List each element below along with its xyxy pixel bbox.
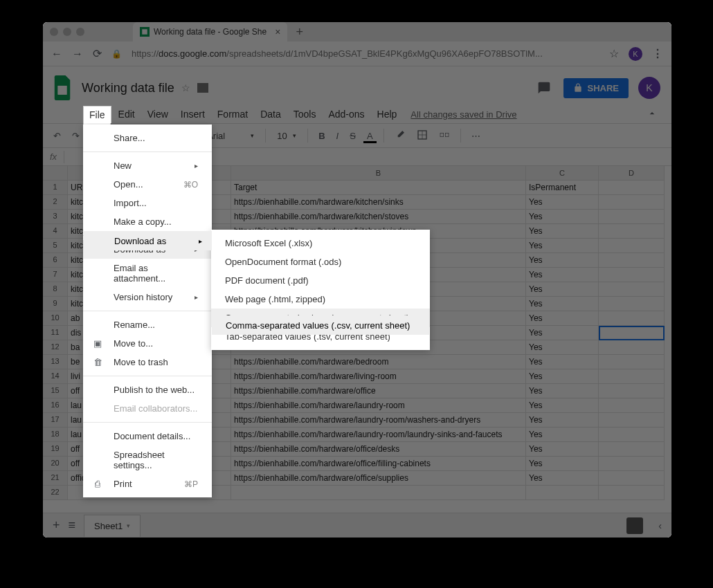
row-header[interactable]: 19 [43, 442, 68, 457]
cell[interactable]: https://bienhabille.com/hardware/laundry… [231, 428, 526, 442]
cell[interactable] [599, 398, 665, 413]
reload-button[interactable]: ⟳ [93, 47, 102, 60]
menu-file[interactable]: File [83, 106, 111, 123]
cell[interactable]: https://bienhabille.com/hardware/laundry… [231, 398, 526, 413]
row-header[interactable]: 22 [43, 486, 68, 500]
row-header[interactable]: 14 [43, 369, 68, 384]
cell[interactable]: Yes [526, 369, 599, 384]
cell[interactable]: Yes [526, 471, 599, 486]
row-header[interactable]: 18 [43, 428, 68, 442]
cell[interactable] [599, 268, 665, 282]
collapse-toolbar-icon[interactable] [647, 108, 671, 121]
menu-move-trash[interactable]: 🗑Move to trash [83, 353, 212, 371]
menu-open[interactable]: Open...⌘O [83, 175, 212, 194]
cell[interactable] [599, 239, 665, 253]
all-sheets-button[interactable]: ≡ [69, 518, 76, 533]
star-document-icon[interactable]: ☆ [181, 82, 190, 93]
column-header[interactable]: D [599, 166, 665, 181]
cell[interactable] [599, 369, 665, 384]
row-header[interactable]: 16 [43, 398, 68, 413]
text-color-button[interactable]: A [363, 128, 377, 143]
row-header[interactable]: 17 [43, 413, 68, 428]
cell[interactable]: Yes [526, 311, 599, 326]
back-button[interactable]: ← [51, 48, 62, 60]
menu-share[interactable]: Share... [83, 129, 212, 147]
menu-data[interactable]: Data [255, 106, 287, 122]
column-header[interactable]: C [526, 166, 599, 181]
bookmark-icon[interactable]: ☆ [609, 47, 619, 60]
more-toolbar-icon[interactable]: ⋯ [468, 128, 484, 144]
cell[interactable] [599, 224, 665, 239]
cell[interactable] [599, 413, 665, 428]
menu-version-history[interactable]: Version history▸ [83, 288, 212, 306]
cell[interactable]: https://bienhabille.com/hardware/office/… [231, 442, 526, 457]
menu-print[interactable]: ⎙Print⌘P [83, 475, 212, 493]
cell[interactable]: Yes [526, 268, 599, 282]
cell[interactable] [526, 486, 599, 500]
menu-new[interactable]: New▸ [83, 156, 212, 175]
minimize-window[interactable] [63, 28, 71, 36]
add-sheet-button[interactable]: + [53, 518, 60, 533]
menu-format[interactable]: Format [212, 106, 253, 122]
row-header[interactable]: 11 [43, 326, 68, 340]
submenu-html[interactable]: Web page (.html, zipped) [211, 290, 430, 309]
row-header[interactable]: 5 [43, 239, 68, 253]
cell[interactable] [599, 471, 665, 486]
menu-email-attachment[interactable]: Email as attachment... [83, 259, 212, 288]
folder-icon[interactable] [197, 83, 208, 93]
cell[interactable]: Yes [526, 413, 599, 428]
sheets-logo-icon[interactable] [50, 71, 75, 104]
row-header[interactable]: 7 [43, 268, 68, 282]
cell[interactable]: Yes [526, 457, 599, 471]
cell[interactable]: Yes [526, 398, 599, 413]
browser-tab[interactable]: Working data file - Google She × [133, 22, 287, 42]
menu-tools[interactable]: Tools [288, 106, 322, 122]
cell[interactable]: https://bienhabille.com/hardware/living-… [231, 369, 526, 384]
cell[interactable]: https://bienhabille.com/hardware/bedroom [231, 355, 526, 369]
cell[interactable]: https://bienhabille.com/hardware/office [231, 384, 526, 398]
save-status[interactable]: All changes saved in Drive [410, 109, 516, 120]
csv-highlight[interactable]: Comma-separated values (.csv, current sh… [212, 315, 429, 335]
menu-addons[interactable]: Add-ons [323, 106, 370, 122]
submenu-ods[interactable]: OpenDocument format (.ods) [211, 252, 430, 271]
bold-button[interactable]: B [315, 128, 328, 144]
cell[interactable]: IsPermanent [526, 181, 599, 195]
row-header[interactable]: 20 [43, 457, 68, 471]
sheet-tab-menu-icon[interactable]: ▾ [127, 522, 130, 529]
cell[interactable] [599, 326, 665, 340]
cell[interactable] [599, 486, 665, 500]
sheet-tab[interactable]: Sheet1 ▾ [84, 515, 141, 537]
menu-rename[interactable]: Rename... [83, 315, 212, 334]
cell[interactable] [599, 457, 665, 471]
cell[interactable]: Yes [526, 340, 599, 355]
strikethrough-button[interactable]: S [346, 128, 359, 144]
cell[interactable]: Yes [526, 384, 599, 398]
submenu-pdf[interactable]: PDF document (.pdf) [211, 271, 430, 290]
menu-doc-details[interactable]: Document details... [83, 427, 212, 445]
cell[interactable]: https://bienhabille.com/hardware/office/… [231, 457, 526, 471]
cell[interactable] [599, 181, 665, 195]
row-header[interactable]: 2 [43, 195, 68, 210]
italic-button[interactable]: I [333, 128, 343, 144]
menu-view[interactable]: View [142, 106, 174, 122]
cell[interactable] [231, 486, 526, 500]
menu-publish[interactable]: Publish to the web... [83, 380, 212, 399]
redo-button[interactable]: ↷ [69, 128, 83, 144]
menu-edit[interactable]: Edit [113, 106, 141, 122]
cell[interactable] [599, 340, 665, 355]
cell[interactable]: Yes [526, 442, 599, 457]
new-tab-button[interactable]: + [296, 25, 303, 39]
cell[interactable]: https://bienhabille.com/hardware/kitchen… [231, 210, 526, 224]
row-header[interactable]: 9 [43, 297, 68, 311]
cell[interactable] [599, 311, 665, 326]
cell[interactable] [599, 282, 665, 297]
cell[interactable]: Yes [526, 355, 599, 369]
menu-help[interactable]: Help [372, 106, 403, 122]
select-all-cell[interactable] [43, 166, 68, 181]
browser-menu-icon[interactable]: ⋮ [652, 47, 663, 60]
cell[interactable] [599, 253, 665, 268]
borders-button[interactable] [413, 127, 431, 145]
explore-button[interactable] [626, 517, 643, 534]
row-header[interactable]: 1 [43, 181, 68, 195]
cell[interactable] [599, 428, 665, 442]
